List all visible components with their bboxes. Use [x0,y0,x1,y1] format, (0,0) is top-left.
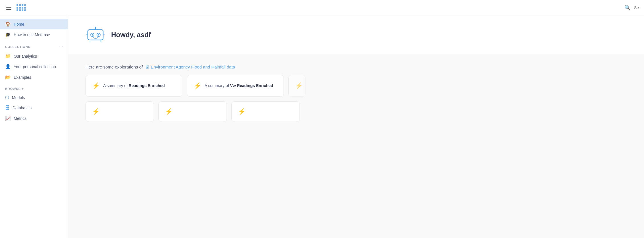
collections-section-header: COLLECTIONS ··· [0,40,68,51]
svg-point-4 [98,34,99,36]
lightning-icon-r2-2: ⚡ [238,108,246,115]
card-text-0: A summary of Readings Enriched [103,83,165,89]
lightning-icon-0: ⚡ [92,82,100,90]
metrics-icon: 📈 [5,116,11,121]
sidebar-item-examples[interactable]: 📂 Examples [0,72,68,82]
explorations-header: Here are some explorations of 🗄 Environm… [85,64,627,69]
person-icon: 👤 [5,64,11,69]
sidebar-item-home[interactable]: 🏠 Home [0,19,68,29]
folder-icon: 📁 [5,53,11,59]
search-button[interactable]: 🔍 [624,5,631,11]
browse-section-header[interactable]: BROWSE ▾ [0,82,68,92]
lightning-icon-1: ⚡ [193,82,201,90]
svg-point-3 [92,34,93,36]
exploration-cards-row1: ⚡ A summary of Readings Enriched ⚡ A sum… [85,75,627,101]
lightning-icon-r2-1: ⚡ [165,108,173,115]
databases-label: Databases [13,106,32,110]
sidebar-home-label: Home [14,22,24,27]
lightning-icon-partial: ⚡ [295,82,303,90]
sidebar-item-how-to-use[interactable]: 🎓 How to use Metabse [0,29,68,40]
home-icon: 🏠 [5,21,11,27]
models-icon: ⬡ [5,95,9,100]
explorations-section: Here are some explorations of 🗄 Environm… [68,54,644,125]
collections-menu-button[interactable]: ··· [59,45,63,49]
models-label: Models [12,95,25,100]
top-nav: 🔍 Se [0,0,644,15]
svg-point-6 [95,27,96,28]
browse-label: BROWSE [5,87,21,90]
database-icon: 🗄 [5,105,10,110]
search-label: Se [634,5,639,10]
main-content: Howdy, asdf Here are some explorations o… [68,15,644,238]
metabase-logo[interactable] [17,4,26,11]
db-link[interactable]: 🗄 Environment Agency Flood and Rainfall … [145,64,235,69]
browse-chevron-icon: ▾ [22,87,24,90]
sidebar-item-databases[interactable]: 🗄 Databases [0,103,68,113]
exploration-card-row2-1[interactable]: ⚡ [158,101,227,122]
sidebar-item-personal-collection[interactable]: 👤 Your personal collection [0,61,68,72]
db-name: Environment Agency Flood and Rainfall da… [151,64,235,69]
explorations-intro: Here are some explorations of [85,64,143,69]
exploration-card-row2-2[interactable]: ⚡ [231,101,300,122]
sidebar-item-our-analytics[interactable]: 📁 Our analytics [0,51,68,61]
sidebar-item-models[interactable]: ⬡ Models [0,92,68,103]
graduation-icon: 🎓 [5,32,11,37]
sidebar: 🏠 Home 🎓 How to use Metabse COLLECTIONS … [0,15,68,238]
greeting-text: Howdy, asdf [111,31,151,39]
greeting-section: Howdy, asdf [68,15,644,54]
examples-folder-icon: 📂 [5,74,11,80]
robot-icon [85,27,105,43]
personal-collection-label: Your personal collection [14,64,56,69]
nav-left [5,4,26,11]
card-text-1: A summary of Vw Readings Enriched [205,83,273,89]
sidebar-item-metrics[interactable]: 📈 Metrics [0,113,68,124]
lightning-icon-r2-0: ⚡ [92,108,100,115]
metrics-label: Metrics [14,116,27,121]
exploration-card-1[interactable]: ⚡ A summary of Vw Readings Enriched [187,75,284,97]
hamburger-button[interactable] [5,5,13,11]
db-icon: 🗄 [145,65,149,69]
exploration-card-0[interactable]: ⚡ A summary of Readings Enriched [85,75,182,97]
exploration-cards-row2: ⚡ ⚡ ⚡ [85,101,627,125]
collections-label: COLLECTIONS [5,45,30,49]
examples-label: Examples [14,75,31,80]
exploration-card-row2-0[interactable]: ⚡ [85,101,154,122]
exploration-card-partial[interactable]: ⚡ [288,75,305,97]
sidebar-how-to-use-label: How to use Metabse [14,33,50,37]
our-analytics-label: Our analytics [14,54,37,59]
nav-right: 🔍 Se [624,5,639,11]
